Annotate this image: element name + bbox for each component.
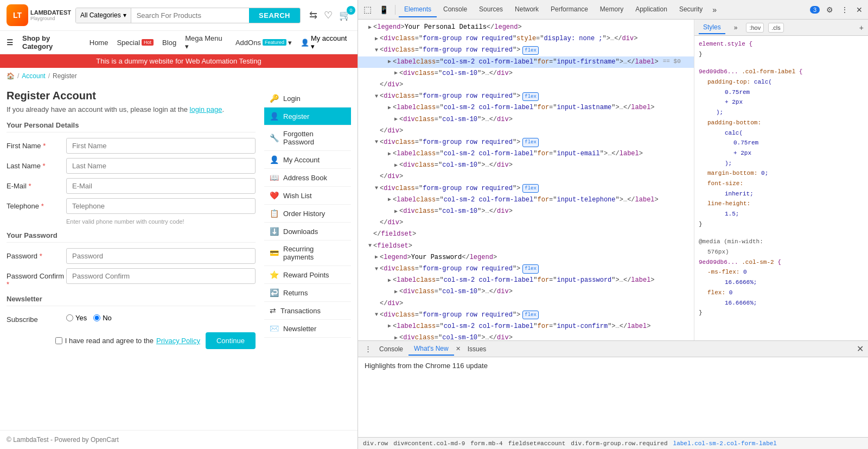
tab-security[interactable]: Security: [674, 2, 708, 17]
tree-node-div-telephone-parent[interactable]: ▼ <div class="form-group row required" >…: [358, 183, 694, 194]
bottom-tab-whats-new[interactable]: What's New: [409, 343, 454, 356]
inspect-icon[interactable]: ⬚: [360, 2, 375, 17]
tree-node-div-col10-6[interactable]: ▶ <div class="col-sm-10" > … </div>: [358, 332, 694, 340]
device-icon[interactable]: 📱: [376, 3, 392, 16]
close-bottom-panel-button[interactable]: ✕: [857, 344, 864, 354]
tab-performance[interactable]: Performance: [545, 2, 593, 17]
hover-filter-button[interactable]: :hov: [746, 23, 764, 33]
bc-div-content[interactable]: div#content.col-md-9: [392, 440, 467, 447]
tree-toggle9[interactable]: ▼: [373, 138, 380, 147]
tree-node-div-confirm-parent[interactable]: ▼ <div class="form-group row required" >…: [358, 309, 694, 321]
password-input[interactable]: [66, 248, 256, 264]
firstname-input[interactable]: [66, 138, 256, 154]
bc-form[interactable]: form.mb-4: [469, 440, 504, 447]
flex-badge5[interactable]: flex: [522, 264, 539, 273]
tree-toggle3[interactable]: ▼: [373, 46, 380, 55]
tree-toggle5[interactable]: ▶: [393, 69, 399, 78]
sidebar-item-forgotten-password[interactable]: 🔧 Forgotten Password: [264, 125, 351, 151]
tree-node-div-col10-3[interactable]: ▶ <div class="col-sm-10" > … </div>: [358, 160, 694, 171]
styles-tab-active[interactable]: Styles: [699, 21, 725, 34]
tree-node-fieldset-password[interactable]: ▼ <fieldset>: [358, 241, 694, 252]
sidebar-item-register[interactable]: 👤 Register: [264, 107, 351, 125]
tree-toggle10[interactable]: ▶: [386, 150, 393, 159]
tab-network[interactable]: Network: [509, 2, 544, 17]
telephone-input[interactable]: [66, 198, 256, 214]
breadcrumb-account[interactable]: Account: [22, 72, 45, 80]
password-confirm-input[interactable]: [66, 268, 256, 284]
tree-node-close-div2[interactable]: </div>: [358, 125, 694, 137]
more-tabs-icon[interactable]: »: [709, 3, 720, 16]
lastname-input[interactable]: [66, 158, 256, 174]
bc-div-form-group[interactable]: div.form-group.row.required: [569, 440, 669, 447]
close-devtools-button[interactable]: ✕: [853, 3, 866, 16]
ms-flex-prop[interactable]: -ms-flex:: [707, 269, 739, 275]
tree-toggle2[interactable]: ▶: [373, 35, 380, 43]
bc-div-row[interactable]: div.row: [361, 440, 390, 447]
flex-prop[interactable]: flex:: [707, 289, 725, 296]
sidebar-item-my-account[interactable]: 👤 My Account: [264, 151, 351, 169]
sidebar-item-login[interactable]: 🔑 Login: [264, 90, 351, 107]
tab-sources[interactable]: Sources: [474, 2, 508, 17]
tree-toggle15[interactable]: ▼: [367, 242, 373, 250]
email-input[interactable]: [66, 178, 256, 194]
line-height-prop[interactable]: line-height:: [707, 200, 750, 207]
privacy-checkbox[interactable]: [55, 337, 62, 344]
cls-filter-button[interactable]: .cls: [768, 23, 784, 33]
sidebar-item-order-history[interactable]: 📋 Order History: [264, 205, 351, 223]
add-style-button[interactable]: +: [859, 23, 864, 32]
more-options-icon[interactable]: ⋮: [838, 3, 852, 16]
tree-toggle14[interactable]: ▶: [393, 207, 399, 216]
margin-bottom-prop[interactable]: margin-bottom:: [707, 170, 757, 176]
cart-icon[interactable]: 🛒 0: [339, 9, 351, 21]
sidebar-item-downloads[interactable]: ⬇️ Downloads: [264, 223, 351, 241]
tree-node-legend-password[interactable]: ▶ <legend> Your Password </legend>: [358, 252, 694, 263]
subscribe-yes-label[interactable]: Yes: [66, 314, 87, 322]
sidebar-item-transactions[interactable]: ⇄ Transactions: [264, 302, 351, 320]
wishlist-icon[interactable]: ♡: [324, 9, 333, 21]
continue-button[interactable]: Continue: [206, 332, 256, 349]
tree-toggle22[interactable]: ▶: [393, 334, 399, 340]
login-page-link[interactable]: login page: [190, 105, 222, 113]
sidebar-item-reward-points[interactable]: ⭐ Reward Points: [264, 266, 351, 284]
privacy-label[interactable]: I have read and agree to the Privacy Pol…: [55, 337, 200, 345]
html-tree[interactable]: ▶ <legend>Your Personal Details</legend>…: [358, 20, 694, 340]
hamburger-icon[interactable]: ☰: [7, 38, 14, 47]
sidebar-item-returns[interactable]: ↩️ Returns: [264, 284, 351, 302]
home-icon[interactable]: 🏠: [7, 72, 15, 80]
tree-toggle21[interactable]: ▶: [386, 322, 393, 331]
tree-toggle12[interactable]: ▼: [373, 184, 380, 193]
search-input[interactable]: [131, 8, 249, 23]
subscribe-yes-radio[interactable]: [66, 314, 73, 321]
close-whats-new-icon[interactable]: ✕: [454, 344, 462, 353]
tree-toggle7[interactable]: ▶: [386, 104, 393, 112]
sidebar-item-wish-list[interactable]: ❤️ Wish List: [264, 187, 351, 205]
tree-node-div-col10-4[interactable]: ▶ <div class="col-sm-10" > … </div>: [358, 206, 694, 217]
tree-node-div-password-parent[interactable]: ▼ <div class="form-group row required" >…: [358, 263, 694, 275]
tree-toggle18[interactable]: ▶: [386, 276, 393, 285]
tree-toggle11[interactable]: ▶: [393, 161, 399, 170]
shop-by-category[interactable]: Shop by Category: [22, 34, 81, 50]
tree-node-label-email[interactable]: ▶ <label class="col-sm-2 col-form-label"…: [358, 148, 694, 160]
settings-icon[interactable]: ⚙: [823, 3, 837, 16]
tree-toggle13[interactable]: ▶: [386, 195, 393, 204]
tree-node-label-telephone[interactable]: ▶ <label class="col-sm-2 col-form-label"…: [358, 194, 694, 206]
tree-node-div-col10-5[interactable]: ▶ <div class="col-sm-10" > … </div>: [358, 286, 694, 298]
tree-node-div-email-parent[interactable]: ▼ <div class="form-group row required" >…: [358, 137, 694, 148]
nav-special[interactable]: Special Hot: [117, 39, 154, 47]
tree-node-div-lastname-parent[interactable]: ▼ <div class="form-group row required" >…: [358, 91, 694, 102]
computed-tab[interactable]: »: [730, 22, 742, 34]
tree-toggle20[interactable]: ▼: [373, 311, 380, 319]
flex-badge3[interactable]: flex: [522, 138, 539, 147]
subscribe-no-label[interactable]: No: [93, 314, 112, 322]
flex-badge2[interactable]: flex: [522, 92, 539, 101]
tree-node-div-firstname-parent[interactable]: ▼ <div class="form-group row required" >…: [358, 45, 694, 56]
search-button[interactable]: SEARCH: [249, 8, 300, 23]
privacy-policy-link[interactable]: Privacy Policy: [156, 337, 200, 345]
tree-toggle[interactable]: ▶: [367, 23, 373, 32]
tree-toggle19[interactable]: ▶: [393, 288, 399, 296]
tree-node-legend1[interactable]: ▶ <legend>Your Personal Details</legend>: [358, 22, 694, 33]
tree-node-label-confirm[interactable]: ▶ <label class="col-sm-2 col-form-label"…: [358, 321, 694, 332]
nav-mega-menu[interactable]: Mega Menu ▾: [185, 34, 227, 50]
tree-node-close-div5[interactable]: </div>: [358, 298, 694, 309]
tree-node-close-fieldset1[interactable]: </fieldset>: [358, 229, 694, 240]
